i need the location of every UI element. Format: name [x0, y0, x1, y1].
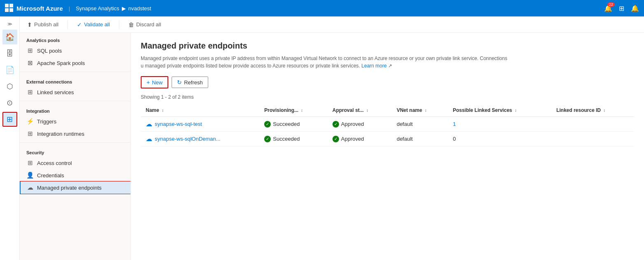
row2-provisioning-dot: ✓ — [264, 136, 271, 142]
sidebar-item-access-control[interactable]: ⊞ Access control — [20, 157, 130, 169]
row2-approval-cell: ✓ Approved — [328, 132, 392, 146]
workspace-name[interactable]: nvadstest — [128, 5, 151, 12]
row2-name-cell: ☁ synapse-ws-sqlOnDeman... — [141, 132, 259, 146]
rail-data-icon[interactable]: 🗄 — [2, 46, 17, 61]
col-linked-services[interactable]: Possible Linked Services ↕ — [448, 104, 551, 117]
sidebar-item-spark-pools[interactable]: ⊠ Apache Spark pools — [20, 57, 130, 69]
page-title: Managed private endpoints — [141, 41, 634, 51]
validate-icon: ✓ — [77, 21, 82, 28]
settings-button[interactable]: ⊞ — [619, 5, 624, 12]
analytics-pools-header: Analytics pools — [20, 33, 130, 44]
sidebar-item-integration-runtimes[interactable]: ⊞ Integration runtimes — [20, 128, 130, 140]
rail-collapse-button[interactable]: ≫ — [2, 20, 17, 28]
row1-provisioning-status: ✓ Succeeded — [264, 121, 322, 128]
rail-manage-icon[interactable]: ⊞ — [2, 112, 17, 127]
row2-resource-id-cell — [551, 132, 634, 146]
col-resource-id[interactable]: Linked resource ID ↕ — [551, 104, 634, 117]
row2-approval-dot: ✓ — [332, 136, 339, 142]
row1-vnet-cell: default — [392, 117, 448, 132]
sql-pools-icon: ⊞ — [26, 47, 34, 54]
row2-provisioning-cell: ✓ Succeeded — [259, 132, 327, 146]
toolbar-divider-2 — [119, 21, 119, 29]
breadcrumb-arrow: ▶ — [122, 5, 126, 12]
row1-provisioning-cell: ✓ Succeeded — [259, 117, 327, 132]
row2-linked-services-cell: 0 — [448, 132, 551, 146]
integration-runtimes-icon: ⊞ — [26, 130, 34, 137]
refresh-icon: ↻ — [177, 79, 182, 86]
alerts-button[interactable]: 🔔 — [631, 5, 639, 12]
brand-logo — [5, 4, 13, 13]
row1-name-cell: ☁ synapse-ws-sql-test — [141, 117, 259, 132]
managed-endpoints-icon: ☁ — [26, 184, 34, 191]
row1-approval-status: ✓ Approved — [332, 121, 387, 128]
row1-approval-cell: ✓ Approved — [328, 117, 392, 132]
table-body: ☁ synapse-ws-sql-test ✓ Succeeded — [141, 117, 634, 146]
svg-rect-3 — [9, 8, 13, 12]
row1-provisioning-dot: ✓ — [264, 121, 271, 128]
sort-icon-linked: ↕ — [515, 108, 517, 113]
new-button[interactable]: + New — [141, 76, 168, 88]
rail-monitor-icon[interactable]: ⊙ — [2, 95, 17, 110]
icon-rail: ≫ 🏠 🗄 📄 ⬡ ⊙ ⊞ — [0, 16, 20, 260]
integration-header: Integration — [20, 104, 130, 115]
col-name[interactable]: Name ↕ — [141, 104, 259, 117]
sort-icon-resource: ↕ — [603, 108, 605, 113]
col-vnet[interactable]: VNet name ↕ — [392, 104, 448, 117]
brand-name: Microsoft Azure — [16, 5, 63, 12]
row2-endpoint-icon: ☁ — [146, 135, 152, 143]
learn-more-link[interactable]: Learn more — [361, 63, 386, 69]
sort-icon-name: ↕ — [162, 108, 164, 113]
sidebar-item-credentials[interactable]: 👤 Credentials — [20, 169, 130, 181]
discard-icon: 🗑 — [128, 21, 134, 28]
triggers-icon: ⚡ — [26, 118, 34, 125]
row1-linked-services-link[interactable]: 1 — [453, 121, 456, 127]
row1-resource-id-cell — [551, 117, 634, 132]
notifications-button[interactable]: 🔔 22 — [604, 5, 612, 12]
table-row: ☁ synapse-ws-sql-test ✓ Succeeded — [141, 117, 634, 132]
credentials-icon: 👤 — [26, 172, 34, 179]
sidebar-item-triggers[interactable]: ⚡ Triggers — [20, 115, 130, 128]
data-table: Name ↕ Provisioning... ↕ Approval st... … — [141, 104, 634, 146]
sidebar-item-managed-endpoints[interactable]: ☁ Managed private endpoints — [20, 181, 130, 194]
showing-text: Showing 1 - 2 of 2 items — [141, 94, 634, 100]
svg-rect-2 — [5, 8, 9, 12]
sidebar-item-sql-pools[interactable]: ⊞ SQL pools — [20, 44, 130, 57]
sidebar-item-linked-services[interactable]: ⊞ Linked services — [20, 86, 130, 98]
rail-develop-icon[interactable]: 📄 — [2, 63, 17, 77]
sort-icon-vnet: ↕ — [425, 108, 427, 113]
col-approval[interactable]: Approval st... ↕ — [328, 104, 392, 117]
svg-rect-1 — [9, 4, 13, 7]
sort-icon-provisioning: ↕ — [301, 108, 303, 113]
row1-endpoint-icon: ☁ — [146, 120, 152, 128]
rail-integrate-icon[interactable]: ⬡ — [2, 79, 17, 94]
main-content: Managed private endpoints Managed privat… — [131, 33, 644, 260]
toolbar-divider-1 — [67, 21, 68, 29]
svg-rect-0 — [5, 4, 9, 7]
notification-badge: 22 — [607, 2, 615, 7]
discard-all-button[interactable]: 🗑 Discard all — [126, 20, 164, 30]
publish-icon: ⬆ — [27, 21, 32, 28]
row2-name-link[interactable]: ☁ synapse-ws-sqlOnDeman... — [146, 135, 254, 143]
page-description: Managed private endpoint uses a private … — [141, 55, 511, 70]
topbar-divider: | — [69, 5, 70, 12]
row2-vnet-cell: default — [392, 132, 448, 146]
col-provisioning[interactable]: Provisioning... ↕ — [259, 104, 327, 117]
topbar: Microsoft Azure | Synapse Analytics ▶ nv… — [0, 0, 644, 16]
row1-approval-dot: ✓ — [332, 121, 339, 128]
refresh-button[interactable]: ↻ Refresh — [172, 77, 208, 88]
external-connections-header: External connections — [20, 74, 130, 86]
row2-linked-services-value: 0 — [453, 136, 456, 142]
validate-all-button[interactable]: ✓ Validate all — [74, 20, 112, 30]
action-bar: + New ↻ Refresh — [141, 76, 634, 88]
app-layout: ≫ 🏠 🗄 📄 ⬡ ⊙ ⊞ ⬆ Publish all ✓ Validate a… — [0, 16, 644, 260]
breadcrumb: Synapse Analytics ▶ nvadstest — [76, 5, 151, 12]
row1-linked-services-cell: 1 — [448, 117, 551, 132]
publish-all-button[interactable]: ⬆ Publish all — [25, 20, 61, 30]
sidebar: Analytics pools ⊞ SQL pools ⊠ Apache Spa… — [20, 33, 131, 260]
sort-icon-approval: ↕ — [366, 108, 368, 113]
brand: Microsoft Azure — [5, 4, 63, 13]
service-name[interactable]: Synapse Analytics — [76, 5, 119, 12]
rail-home-icon[interactable]: 🏠 — [2, 30, 17, 44]
table-row: ☁ synapse-ws-sqlOnDeman... ✓ Succeeded — [141, 132, 634, 146]
row1-name-link[interactable]: ☁ synapse-ws-sql-test — [146, 120, 254, 128]
